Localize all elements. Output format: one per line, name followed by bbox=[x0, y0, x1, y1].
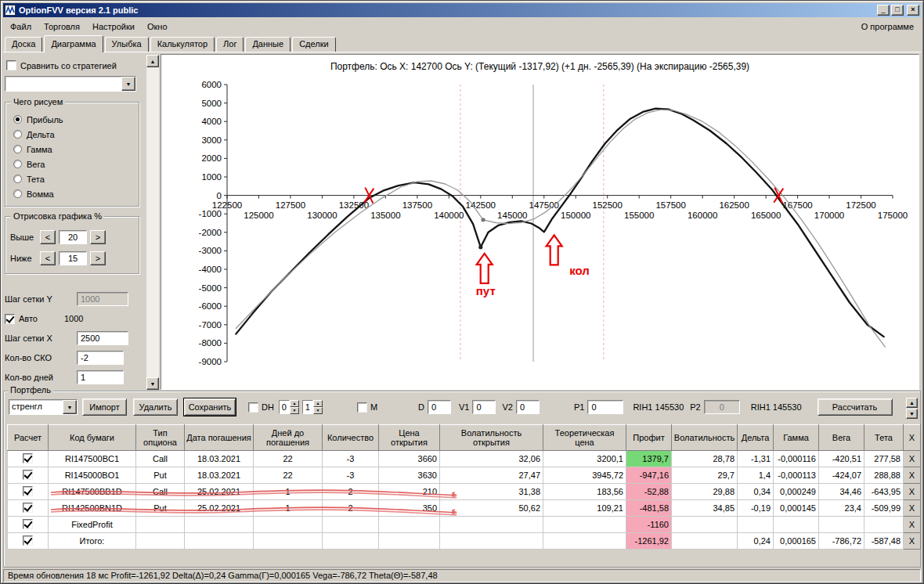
cell-volatility bbox=[672, 533, 738, 550]
radio-option-3[interactable]: Вега bbox=[13, 157, 134, 171]
row-calc-checkbox[interactable] bbox=[23, 519, 33, 529]
sko-input[interactable]: -2 bbox=[77, 351, 124, 365]
menu-about[interactable]: О программе bbox=[855, 20, 920, 34]
days-input[interactable]: 1 bbox=[77, 370, 124, 384]
row-delete-button[interactable]: X bbox=[904, 500, 921, 517]
cell-calc bbox=[8, 517, 49, 533]
minimize-button[interactable]: _ bbox=[877, 5, 890, 16]
chevron-down-icon[interactable]: ▼ bbox=[63, 400, 77, 414]
row-delete-button[interactable]: X bbox=[904, 467, 921, 484]
menu-window[interactable]: Окно bbox=[141, 20, 174, 34]
scroll-down-icon[interactable]: ▼ bbox=[146, 377, 159, 390]
cell-code: RI145000BO1 bbox=[49, 467, 136, 484]
tab-4[interactable]: Лог bbox=[216, 37, 244, 52]
cell-gamma: 0,000165 bbox=[774, 533, 819, 550]
radio-option-4[interactable]: Тета bbox=[13, 171, 134, 186]
tab-3[interactable]: Калькулятор bbox=[150, 37, 215, 52]
row-delete-button[interactable]: X bbox=[904, 484, 921, 500]
increase-above-button[interactable]: > bbox=[90, 230, 106, 244]
chevron-down-icon[interactable]: ▼ bbox=[121, 77, 135, 91]
render-above-value[interactable]: 20 bbox=[59, 230, 87, 244]
tab-2[interactable]: Улыбка bbox=[105, 37, 149, 52]
compare-strategy-checkbox[interactable]: Сравнить со стратегией bbox=[6, 60, 144, 70]
v2-input[interactable]: 0 bbox=[516, 400, 540, 414]
cell-expiry_date bbox=[185, 533, 254, 550]
increase-below-button[interactable]: > bbox=[90, 251, 106, 265]
auto-checkbox[interactable]: Авто bbox=[5, 314, 38, 324]
cell-theta: -509,99 bbox=[864, 500, 904, 517]
cell-calc bbox=[8, 533, 49, 550]
grid-x-input[interactable]: 2500 bbox=[77, 331, 128, 345]
draw-what-group-title: Чего рисуем bbox=[11, 97, 65, 106]
menu-settings[interactable]: Настройки bbox=[86, 20, 141, 34]
v1-input[interactable]: 0 bbox=[472, 400, 496, 414]
svg-text:130000: 130000 bbox=[307, 211, 337, 220]
strategy-select[interactable]: стренгл ▼ bbox=[9, 399, 78, 415]
row-calc-checkbox[interactable] bbox=[23, 503, 33, 513]
radio-option-1[interactable]: Дельта bbox=[13, 127, 134, 142]
p2-label: P2 bbox=[690, 402, 700, 412]
compare-strategy-select[interactable]: ▼ bbox=[5, 76, 136, 92]
row-calc-checkbox[interactable] bbox=[23, 453, 33, 463]
calculate-button[interactable]: Рассчитать bbox=[818, 398, 893, 416]
row-calc-checkbox[interactable] bbox=[23, 486, 33, 496]
pnl-chart[interactable]: 6000500040003000200010000-1000-2000-3000… bbox=[164, 74, 916, 380]
cell-theta: -587,48 bbox=[864, 533, 904, 550]
decrease-below-button[interactable]: < bbox=[40, 251, 56, 265]
cell-option_type: Call bbox=[136, 451, 185, 467]
days-label: Кол-во дней bbox=[5, 373, 77, 382]
grid-x-row: Шаг сетки X 2500 bbox=[5, 330, 144, 346]
toolbar-scrollbar[interactable]: ▲ ▼ bbox=[906, 398, 918, 419]
decrease-above-button[interactable]: < bbox=[40, 230, 56, 244]
spin-down-icon[interactable]: ▼ bbox=[290, 407, 299, 414]
settings-scrollbar[interactable]: ▲ ▼ bbox=[146, 55, 159, 390]
dh-checkbox[interactable]: DH bbox=[248, 402, 274, 413]
svg-text:-7000: -7000 bbox=[198, 320, 221, 330]
spin-up-icon[interactable]: ▲ bbox=[313, 400, 323, 407]
save-button[interactable]: Сохранить bbox=[184, 398, 236, 416]
p1-input[interactable]: 0 bbox=[587, 400, 623, 414]
d-input[interactable]: 0 bbox=[428, 400, 451, 414]
import-button[interactable]: Импорт bbox=[82, 398, 127, 416]
chart-settings-panel: Сравнить со стратегией ▼ Чего рисуем При… bbox=[5, 56, 144, 390]
cell-code: FixedProfit bbox=[49, 517, 136, 533]
spin-up-icon[interactable]: ▲ bbox=[290, 400, 299, 407]
menu-trade[interactable]: Торговля bbox=[38, 20, 86, 34]
portfolio-toolbar: стренгл ▼ Импорт Удалить Сохранить DH 0 … bbox=[9, 398, 903, 416]
strategy-select-value: стренгл bbox=[9, 400, 63, 414]
scroll-up-icon[interactable]: ▲ bbox=[146, 55, 159, 67]
svg-text:160000: 160000 bbox=[687, 211, 716, 220]
maximize-button[interactable]: □ bbox=[891, 5, 904, 16]
row-delete-button[interactable]: X bbox=[904, 451, 921, 467]
grid-y-input: 1000 bbox=[77, 292, 128, 306]
cell-vega: 23,4 bbox=[819, 500, 864, 517]
row-delete-button[interactable]: X bbox=[904, 517, 921, 533]
dh-spinner-1[interactable]: 0 ▲ ▼ bbox=[279, 400, 299, 414]
row-delete-button[interactable]: X bbox=[904, 533, 921, 550]
cell-open_price bbox=[379, 517, 440, 533]
tab-0[interactable]: Доска bbox=[5, 37, 42, 52]
tab-1[interactable]: Диаграмма bbox=[44, 35, 103, 52]
dh-label: DH bbox=[262, 402, 274, 412]
row-calc-checkbox[interactable] bbox=[23, 470, 33, 480]
delete-button[interactable]: Удалить bbox=[133, 398, 178, 416]
spin-down-icon[interactable]: ▼ bbox=[313, 407, 323, 414]
checkbox-box bbox=[248, 402, 258, 413]
m-checkbox[interactable]: М bbox=[357, 402, 377, 413]
row-calc-checkbox[interactable] bbox=[23, 535, 33, 546]
dh-spinner-2[interactable]: 1 ▲ ▼ bbox=[302, 400, 323, 414]
menu-file[interactable]: Файл bbox=[4, 20, 38, 34]
scroll-down-icon[interactable]: ▼ bbox=[906, 409, 918, 419]
cell-volatility bbox=[672, 517, 738, 533]
cell-quantity bbox=[323, 517, 379, 533]
radio-option-5[interactable]: Вомма bbox=[13, 186, 134, 201]
scroll-up-icon[interactable]: ▲ bbox=[906, 398, 918, 408]
cell-open_price bbox=[379, 533, 440, 550]
tab-5[interactable]: Данные bbox=[245, 37, 291, 52]
radio-option-2[interactable]: Гамма bbox=[13, 142, 134, 157]
close-button[interactable]: × bbox=[907, 5, 919, 16]
radio-option-0[interactable]: Прибыль bbox=[13, 112, 134, 127]
render-below-value[interactable]: 15 bbox=[59, 251, 87, 265]
tabstrip: ДоскаДиаграммаУлыбкаКалькуляторЛогДанные… bbox=[3, 35, 921, 52]
tab-6[interactable]: Сделки bbox=[292, 37, 336, 52]
